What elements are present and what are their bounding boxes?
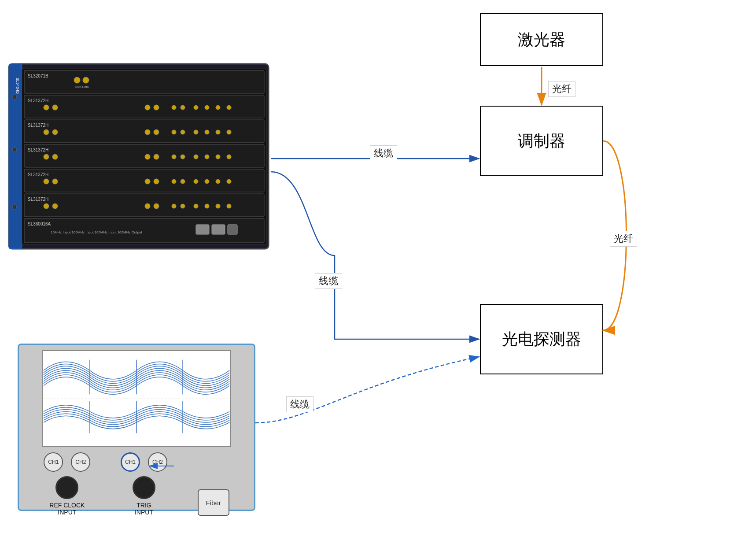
svg-rect-70 — [196, 225, 209, 234]
svg-point-67 — [227, 204, 231, 208]
svg-text:SL31372H: SL31372H — [28, 172, 48, 177]
svg-point-65 — [205, 204, 209, 208]
cable2-label: 线缆 — [315, 273, 342, 289]
svg-point-51 — [181, 179, 185, 184]
svg-text:SL360016A: SL360016A — [28, 222, 51, 226]
svg-point-36 — [145, 154, 150, 159]
output-button-group: CH1 CH2 REF CLOCKINPUT — [44, 452, 90, 516]
svg-text:SL32071B: SL32071B — [28, 74, 48, 78]
ch1-in-btn[interactable]: CH1 — [121, 452, 140, 472]
cable3-label: 线缆 — [286, 396, 313, 412]
svg-point-40 — [194, 155, 198, 159]
fiber1-label: 光纤 — [548, 81, 575, 97]
svg-text:SL3404B: SL3404B — [15, 78, 20, 94]
svg-point-59 — [52, 203, 58, 209]
svg-point-23 — [52, 129, 58, 135]
svg-text:SL31372H: SL31372H — [28, 197, 48, 202]
svg-point-13 — [154, 105, 159, 110]
ch2-out-label: CH2 — [75, 459, 86, 465]
svg-text:SL31372H: SL31372H — [28, 148, 48, 152]
fiber-btn[interactable]: Fiber — [198, 489, 229, 516]
laser-label: 激光器 — [518, 29, 565, 51]
fiber-label: Fiber — [206, 499, 221, 507]
svg-point-47 — [52, 179, 58, 184]
ref-clock-knob[interactable] — [55, 476, 78, 499]
svg-rect-71 — [212, 225, 225, 234]
detector-label: 光电探测器 — [502, 329, 581, 350]
ch1-in-label: CH1 — [125, 459, 136, 465]
svg-point-60 — [145, 203, 150, 209]
rack-panel: SL32071B Data Data SL31372H SL31372H — [7, 62, 271, 251]
ch2-in-label: CH2 — [152, 459, 163, 465]
trig-knob[interactable] — [133, 476, 155, 499]
svg-point-14 — [172, 105, 176, 110]
scope-controls: CH1 CH2 REF CLOCKINPUT CH1 CH2 — [24, 452, 249, 516]
svg-point-46 — [44, 179, 49, 184]
svg-point-25 — [154, 129, 159, 135]
svg-point-16 — [194, 105, 198, 110]
svg-point-28 — [194, 130, 198, 134]
svg-point-41 — [205, 155, 209, 159]
svg-point-76 — [12, 205, 17, 209]
svg-rect-3 — [24, 70, 264, 93]
svg-point-37 — [154, 154, 159, 159]
svg-text:SL31372H: SL31372H — [28, 123, 48, 128]
svg-point-43 — [227, 155, 231, 159]
svg-point-49 — [154, 179, 159, 184]
svg-point-53 — [205, 179, 209, 184]
svg-point-55 — [227, 179, 231, 184]
svg-point-31 — [227, 130, 231, 134]
svg-point-48 — [145, 179, 150, 184]
trig-input-label: TRIGINPUT — [135, 502, 153, 516]
fiber2-label: 光纤 — [610, 231, 637, 247]
svg-point-42 — [216, 155, 220, 159]
ch1-out-label: CH1 — [48, 459, 59, 465]
svg-point-12 — [145, 105, 150, 110]
svg-rect-72 — [228, 225, 237, 234]
svg-point-18 — [216, 105, 220, 110]
modulator-box: 调制器 — [480, 106, 603, 176]
laser-box: 激光器 — [480, 13, 603, 66]
svg-point-30 — [216, 130, 220, 134]
scope-screen — [42, 350, 231, 447]
svg-point-54 — [216, 179, 220, 184]
ch1-out-btn[interactable]: CH1 — [44, 452, 63, 472]
ch2-out-btn[interactable]: CH2 — [71, 452, 90, 472]
svg-point-5 — [74, 77, 80, 83]
svg-point-15 — [181, 105, 185, 110]
svg-text:10MHz Input  100MHz Input  100: 10MHz Input 100MHz Input 100MHz Input 10… — [51, 230, 142, 234]
svg-point-66 — [216, 204, 220, 208]
svg-point-34 — [44, 154, 49, 159]
input-button-group: CH1 CH2 TRIGINPUT — [121, 452, 167, 516]
svg-point-50 — [172, 179, 176, 184]
scope-panel: CH1 CH2 REF CLOCKINPUT CH1 CH2 — [18, 344, 255, 511]
main-container: 激光器 调制器 光电探测器 SL32071B Data Data SL31372… — [0, 0, 756, 540]
svg-point-22 — [44, 129, 49, 135]
svg-point-17 — [205, 105, 209, 110]
fiber-button-group: Fiber — [198, 489, 229, 516]
svg-point-61 — [154, 203, 159, 209]
ch2-in-btn[interactable]: CH2 — [148, 452, 167, 472]
svg-point-63 — [181, 204, 185, 208]
cable1-label: 线缆 — [370, 145, 397, 161]
svg-point-19 — [227, 105, 231, 110]
svg-point-75 — [12, 148, 17, 152]
svg-point-39 — [181, 155, 185, 159]
detector-box: 光电探测器 — [480, 304, 603, 374]
svg-point-24 — [145, 129, 150, 135]
svg-point-52 — [194, 179, 198, 184]
svg-text:Data Data: Data Data — [75, 85, 89, 89]
svg-point-58 — [44, 203, 49, 209]
svg-point-62 — [172, 204, 176, 208]
svg-point-35 — [52, 154, 58, 159]
svg-text:SL31372H: SL31372H — [28, 98, 48, 103]
svg-point-38 — [172, 155, 176, 159]
ref-clock-label: REF CLOCKINPUT — [49, 502, 85, 516]
svg-point-27 — [181, 130, 185, 134]
svg-point-6 — [83, 77, 89, 83]
modulator-label: 调制器 — [518, 130, 565, 152]
svg-point-64 — [194, 204, 198, 208]
svg-point-29 — [205, 130, 209, 134]
svg-point-10 — [44, 105, 49, 110]
svg-point-26 — [172, 130, 176, 134]
